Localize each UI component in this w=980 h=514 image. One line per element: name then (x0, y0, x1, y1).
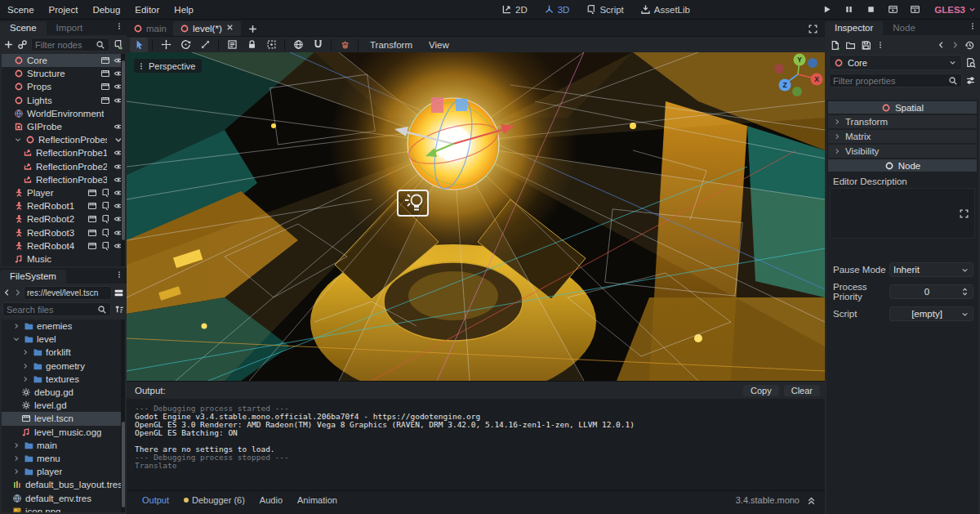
tab-import[interactable]: Import (47, 21, 93, 35)
movie-badge-button[interactable] (87, 228, 97, 238)
axis-z-label[interactable]: Z (782, 81, 786, 89)
scene-node-redrobot1[interactable]: RedRobot1 (2, 199, 125, 212)
scene-node-reflectionprobe2[interactable]: ReflectionProbe2 (2, 160, 125, 173)
movie-badge-button[interactable] (100, 56, 110, 65)
history-forward-button[interactable] (951, 40, 960, 50)
pause-button[interactable] (840, 2, 857, 17)
movie-badge-button[interactable] (87, 241, 97, 251)
movie-badge-button[interactable] (100, 96, 110, 105)
scene-node-worldenvironment[interactable]: WorldEnvironment (2, 107, 125, 120)
script-badge-button[interactable] (100, 214, 110, 224)
scene-node-giprobe[interactable]: GIProbe (2, 120, 125, 133)
scene-node-redrobot3[interactable]: RedRobot3 (2, 226, 125, 239)
movie-badge-button[interactable] (87, 214, 97, 224)
section-matrix[interactable]: Matrix (828, 130, 977, 143)
pause-mode-dropdown[interactable]: Inherit (889, 262, 973, 277)
menu-editor[interactable]: Editor (127, 0, 167, 20)
file-main[interactable]: main (2, 439, 125, 452)
workspace-3d[interactable]: 3D (537, 0, 577, 20)
movie-badge-button[interactable] (100, 82, 110, 92)
file-default_bus_layout.tres[interactable]: default_bus_layout.tres (2, 478, 125, 491)
script-dropdown[interactable]: [empty] (889, 306, 973, 321)
group-tool-button[interactable] (262, 38, 280, 52)
bottom-tab-debugger6[interactable]: Debugger (6) (176, 495, 252, 505)
scene-tab-level[interactable]: level(*) (173, 21, 241, 36)
new-scene-tab-button[interactable] (241, 22, 265, 36)
file-icon.png[interactable]: icon.png (2, 505, 125, 512)
stop-button[interactable] (862, 2, 879, 17)
scene-node-reflectionprobe1[interactable]: ReflectionProbe1 (2, 146, 125, 159)
view-menu[interactable]: View (421, 40, 457, 50)
scrollbar-thumb[interactable] (122, 422, 125, 507)
file-forklift[interactable]: forklift (2, 346, 125, 359)
file-tree-scrollbar[interactable] (121, 320, 125, 512)
workspace-2d[interactable]: 2D (495, 0, 534, 20)
file-level.gd[interactable]: level.gd (2, 399, 125, 412)
bottom-tab-audio[interactable]: Audio (252, 495, 290, 505)
expand-description-button[interactable] (959, 208, 969, 219)
script-badge-button[interactable] (100, 228, 110, 238)
history-icon[interactable] (964, 40, 975, 51)
menu-scene[interactable]: Scene (0, 0, 42, 20)
category-node[interactable]: Node (828, 159, 977, 172)
move-tool-button[interactable] (157, 38, 175, 52)
play-button[interactable] (818, 2, 835, 17)
scene-node-redrobot4[interactable]: RedRobot4 (2, 239, 125, 253)
scene-tab-main[interactable]: main (127, 22, 173, 36)
file-menu[interactable]: menu (2, 452, 125, 465)
scene-node-structure[interactable]: Structure (2, 67, 125, 80)
select-tool-button[interactable] (130, 38, 148, 52)
renderer-select[interactable]: GLES3 (931, 5, 980, 15)
distraction-free-button[interactable] (801, 22, 825, 36)
search-files-input[interactable]: Search files (2, 302, 111, 316)
scene-dock-menu-button[interactable] (112, 20, 127, 35)
bottom-tab-animation[interactable]: Animation (290, 495, 345, 505)
sort-files-button[interactable] (114, 304, 124, 315)
viewport-3d[interactable]: Perspective (127, 52, 825, 381)
scene-tree-scrollbar[interactable] (121, 54, 125, 266)
file-level_music.ogg[interactable]: level_music.ogg (2, 426, 125, 439)
add-node-button[interactable] (3, 39, 14, 50)
scene-node-redrobot2[interactable]: RedRobot2 (2, 212, 125, 226)
instance-scene-button[interactable] (17, 39, 28, 50)
copy-button[interactable]: Copy (743, 385, 779, 396)
menu-help[interactable]: Help (167, 0, 201, 20)
file-level.tscn[interactable]: level.tscn (2, 412, 125, 425)
clear-button[interactable]: Clear (784, 385, 820, 396)
file-level[interactable]: level (2, 333, 125, 346)
scene-node-player[interactable]: Player (2, 186, 125, 199)
expand-bottom-panel-button[interactable] (806, 495, 817, 506)
perspective-menu[interactable]: Perspective (134, 59, 202, 73)
play-scene-button[interactable] (884, 2, 901, 17)
snap-tool-button[interactable] (309, 38, 327, 52)
attach-script-button[interactable] (113, 39, 123, 50)
scene-node-music[interactable]: Music (2, 253, 125, 266)
split-mode-toggle[interactable] (114, 288, 124, 298)
tab-node[interactable]: Node (883, 21, 925, 35)
menu-debug[interactable]: Debug (85, 0, 127, 20)
transform-menu[interactable]: Transform (363, 40, 420, 50)
process-priority-spinner[interactable]: 0 (889, 284, 973, 299)
file-default_env.tres[interactable]: default_env.tres (2, 491, 125, 504)
scene-node-lights[interactable]: Lights (2, 94, 125, 107)
lock-tool-button[interactable] (243, 38, 261, 52)
script-badge-button[interactable] (100, 241, 110, 251)
menu-project[interactable]: Project (42, 0, 86, 20)
section-transform[interactable]: Transform (828, 115, 977, 128)
file-geometry[interactable]: geometry (2, 360, 125, 373)
bottom-tab-output[interactable]: Output (135, 495, 176, 505)
file-debug.gd[interactable]: debug.gd (2, 386, 125, 399)
axis-x-label[interactable]: X (814, 75, 819, 83)
file-player[interactable]: player (2, 465, 125, 478)
nav-forward-button[interactable] (13, 288, 22, 297)
paint-tool-button[interactable] (336, 38, 354, 52)
list-select-tool-button[interactable] (223, 38, 241, 52)
scene-node-props[interactable]: Props (2, 80, 125, 93)
movie-badge-button[interactable] (87, 188, 97, 198)
scene-node-core[interactable]: Core (2, 54, 125, 67)
scene-node-reflectionprobe3[interactable]: ReflectionProbe3 (2, 173, 125, 186)
save-resource-button[interactable] (861, 40, 871, 51)
script-badge-button[interactable] (100, 201, 110, 211)
scale-tool-button[interactable] (196, 38, 214, 52)
local-space-tool-button[interactable] (289, 38, 307, 52)
